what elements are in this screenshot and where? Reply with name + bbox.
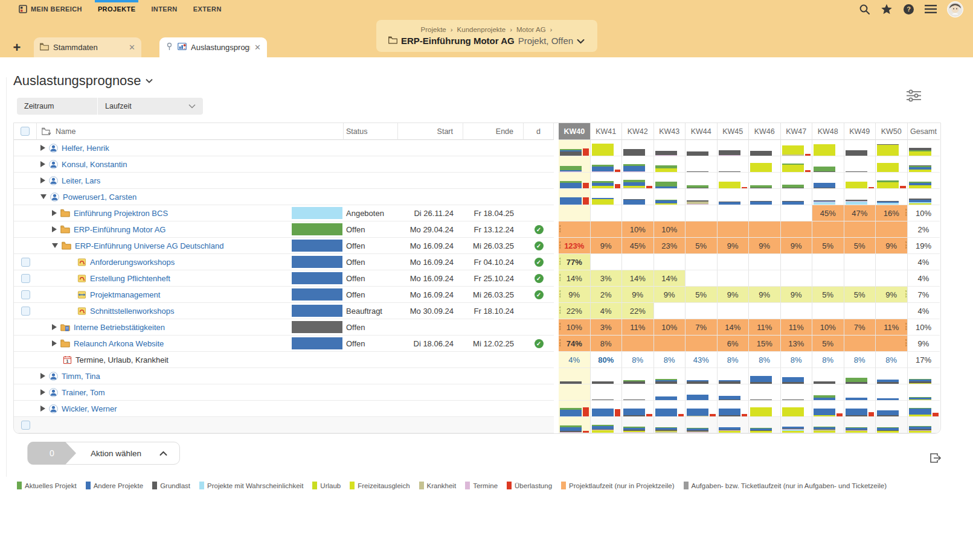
bar-segment-grundlast [719,171,740,172]
row-status-cell [344,368,398,384]
menu-item-intern[interactable]: INTERN [143,0,185,18]
expand-arrow-icon[interactable] [52,340,57,346]
row-name-link[interactable]: Einführung Projektron BCS [74,209,168,218]
row-name-link[interactable]: Relaunch Arkona Website [74,339,164,348]
add-tab-button[interactable]: + [6,37,28,57]
row-check-cell: ✓ [524,287,554,303]
week-cell: 5% [812,336,844,352]
column-spacer [554,368,559,384]
week-cell [559,189,591,205]
help-icon[interactable]: ? [903,4,914,15]
bar-segment-andere [623,166,645,171]
expand-arrow-icon[interactable] [40,373,45,379]
row-select-cell [14,401,37,417]
pin-icon[interactable] [165,42,173,52]
expand-arrow-icon[interactable] [40,406,45,412]
bar-segment-freizeit [909,151,931,156]
bar-segment-wahrschein [814,202,835,205]
expand-arrow-icon[interactable] [52,226,57,232]
bar-segment-andere [655,409,677,416]
row-start-cell: Di 18.06.24 [398,336,463,352]
row-name-link[interactable]: Projektmanagement [90,290,160,299]
row-name-link[interactable]: Wickler, Werner [62,404,117,413]
expand-arrow-icon[interactable] [52,210,57,216]
breadcrumb-link[interactable]: Motor AG [516,26,546,33]
week-value: 8% [622,355,653,364]
collapse-arrow-icon[interactable] [52,243,58,248]
utilization-bar [750,428,772,433]
utilization-bar [846,427,867,433]
row-name-link[interactable]: ERP-Einführung Universe AG Deutschland [75,241,223,250]
week-cell [591,156,623,173]
row-ende-cell: Fr 04.10.24 [463,254,524,270]
row-checkbox[interactable] [21,421,30,430]
row-name-link[interactable]: Timm, Tina [62,372,100,381]
week-cell: 14% [622,270,654,287]
row-name-link[interactable]: Schnittstellenworkshops [90,307,174,316]
row-status-cell: Offen [344,319,398,336]
expand-arrow-icon[interactable] [40,177,45,183]
week-value: 16% [876,209,907,218]
action-bar[interactable]: 0 Aktion wählen [27,442,180,465]
bar-segment-andere [814,183,835,188]
expand-arrow-icon[interactable] [40,161,45,167]
breadcrumb-link[interactable]: Projekte [421,26,446,33]
chevron-up-icon[interactable] [159,451,179,456]
collapse-arrow-icon[interactable] [40,194,47,199]
row-name-link[interactable]: Poweruser1, Carsten [63,192,136,202]
row-checkbox[interactable] [21,307,30,316]
hamburger-menu-icon[interactable] [925,4,937,14]
view-settings-sliders-icon[interactable] [907,89,921,104]
menu-item-extern[interactable]: EXTERN [185,0,230,18]
utilization-bar [782,201,804,205]
select-all-checkbox[interactable] [21,127,30,136]
gesamt-cell: 17% [908,352,940,368]
expand-arrow-icon[interactable] [40,145,45,151]
week-cell [686,384,718,401]
row-name-link[interactable]: Anforderungsworkshops [90,258,175,267]
close-icon[interactable]: ✕ [254,43,261,52]
row-name-link[interactable]: Konsul, Konstantin [62,160,127,169]
menu-item-projekte[interactable]: PROJEKTE [90,0,144,18]
row-name-link[interactable]: ERP-Einführung Motor AG [74,225,165,234]
title-chevron-down-icon[interactable] [146,78,153,83]
week-value: 14% [622,274,653,283]
row-check-cell: ✓ [524,221,554,238]
expand-arrow-icon[interactable] [52,324,57,330]
bar-segment-andere [750,202,772,205]
favorites-star-icon[interactable] [881,4,893,15]
period-select[interactable]: Laufzeit [98,102,203,110]
week-value: 77% [559,258,590,267]
export-icon[interactable] [930,453,942,466]
row-ende-cell [463,189,524,205]
close-icon[interactable]: ✕ [129,43,135,52]
band-continues-left-icon: ‹‹‹ [559,274,561,282]
tab-auslastungsprognose[interactable]: Auslastungsprogno ✕ [159,37,267,57]
row-checkbox[interactable] [21,290,30,299]
week-cell [781,254,813,270]
overload-bar [678,414,684,416]
week-cell [844,384,876,401]
menu-item-mein-bereich[interactable]: MEIN BEREICH [11,0,90,18]
row-name-link[interactable]: Trainer, Tom [62,388,105,397]
search-icon[interactable] [859,4,870,15]
row-name-link: Termine, Urlaub, Krankheit [75,355,169,364]
gesamt-cell: 4% [908,270,940,287]
row-status-cell [344,156,398,173]
row-name-link[interactable]: Helfer, Henrik [62,144,109,153]
row-checkbox[interactable] [21,274,30,283]
week-cell [718,384,750,401]
row-checkbox[interactable] [21,258,30,267]
column-header-week: KW45 [718,123,750,140]
legend-label: Aufgaben- bzw. Ticketlaufzeit (nur in Au… [692,482,887,489]
tab-stammdaten[interactable]: Stammdaten ✕ [34,37,141,57]
bar-segment-andere [560,197,582,205]
row-name-link[interactable]: Interne Betriebstätigkeiten [74,323,165,332]
expand-arrow-icon[interactable] [40,389,45,395]
breadcrumb-link[interactable]: Kundenprojekte [457,26,506,33]
user-avatar[interactable] [947,1,963,18]
utilization-bar [750,376,772,384]
row-name-link[interactable]: Leiter, Lars [62,176,100,185]
row-name-link[interactable]: Erstellung Pflichtenheft [90,274,170,283]
week-cell [749,205,781,221]
